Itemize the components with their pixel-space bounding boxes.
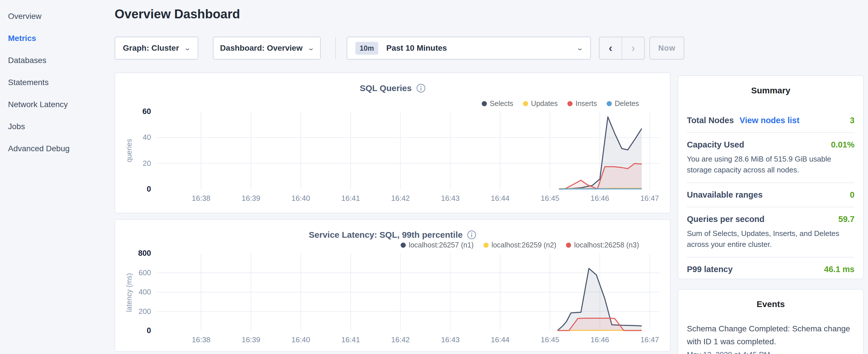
x-axis-tick: 16:47 [632, 335, 667, 344]
chart-legend: Selects Updates Inserts Deletes [482, 99, 639, 108]
y-axis-tick: 600 [126, 268, 151, 277]
y-axis-tick: 0 [126, 326, 151, 335]
x-axis-tick: 16:42 [383, 335, 418, 344]
y-axis-tick: 200 [126, 307, 151, 316]
y-axis-tick: 20 [126, 159, 151, 168]
events-panel: Events Schema Change Completed: Schema c… [678, 289, 864, 354]
sidebar-item-statements[interactable]: Statements [8, 71, 115, 93]
time-next-button-disabled[interactable]: › [622, 37, 644, 59]
legend-entry-node1[interactable]: localhost:26257 (n1) [401, 241, 474, 249]
events-heading: Events [687, 299, 855, 309]
time-range-label: Past 10 Minutes [386, 43, 447, 53]
node2-dot-icon [484, 243, 489, 248]
chart-plot-area[interactable] [157, 112, 660, 189]
x-axis-tick: 16:38 [184, 194, 218, 203]
chevron-down-icon: ⌄ [576, 44, 584, 52]
y-axis-tick: 400 [126, 288, 151, 296]
chart-legend: localhost:26257 (n1) localhost:26259 (n2… [401, 241, 639, 249]
toolbar-divider [335, 37, 336, 59]
metric-p99-latency: P99 latency 46.1 ms [687, 257, 855, 281]
legend-entry-updates[interactable]: Updates [523, 99, 558, 108]
chevron-down-icon: ⌄ [307, 44, 315, 52]
overview-dashboard-page: { "sidebar": { "items": [ { "label": "Ov… [0, 0, 868, 354]
legend-entry-node3[interactable]: localhost:26258 (n3) [566, 241, 639, 249]
y-axis-tick: 0 [126, 185, 151, 194]
qps-value: 59.7 [838, 215, 855, 224]
deletes-dot-icon [607, 101, 612, 106]
x-axis-tick: 16:42 [383, 194, 418, 203]
chart-plot-area[interactable] [157, 254, 660, 331]
sql-queries-chart-card: SQL Queries Selects Updates Inserts Dele… [115, 72, 671, 213]
x-axis-tick: 16:40 [284, 335, 318, 344]
view-nodes-list-link[interactable]: View nodes list [740, 116, 800, 125]
capacity-used-description: You are using 28.6 MiB of 515.9 GiB usab… [687, 154, 855, 175]
now-button[interactable]: Now [649, 37, 684, 60]
metric-unavailable-ranges: Unavailable ranges 0 [687, 183, 855, 207]
time-prev-button[interactable]: ‹ [599, 37, 622, 59]
info-icon[interactable] [416, 84, 426, 93]
summary-panel: Summary Total Nodes View nodes list 3 Ca… [678, 75, 864, 279]
metric-total-nodes: Total Nodes View nodes list 3 [687, 108, 855, 133]
updates-dot-icon [523, 101, 528, 106]
y-axis-unit-label: queries [125, 122, 133, 179]
selects-dot-icon [482, 101, 487, 106]
x-axis-tick: 16:44 [483, 194, 517, 203]
sidebar-item-databases[interactable]: Databases [8, 49, 115, 71]
time-range-selector[interactable]: 10m Past 10 Minutes ⌄ [347, 37, 591, 60]
inserts-dot-icon [567, 101, 572, 106]
graph-dropdown[interactable]: Graph: Cluster ⌄ [115, 37, 198, 60]
time-step-buttons: ‹ › [599, 37, 645, 60]
y-axis-tick: 40 [126, 133, 151, 142]
service-latency-chart-card: Service Latency: SQL, 99th percentile lo… [115, 219, 671, 352]
y-axis-tick: 800 [126, 249, 151, 258]
sidebar-item-advanced-debug[interactable]: Advanced Debug [8, 137, 115, 160]
legend-entry-deletes[interactable]: Deletes [607, 99, 639, 108]
node1-dot-icon [401, 243, 406, 248]
x-axis-tick: 16:43 [433, 194, 467, 203]
x-axis-tick: 16:38 [184, 335, 218, 344]
total-nodes-value: 3 [850, 116, 855, 125]
chevron-down-icon: ⌄ [184, 44, 191, 52]
chart-title: Service Latency: SQL, 99th percentile [309, 230, 463, 240]
sidebar-item-network-latency[interactable]: Network Latency [8, 93, 115, 116]
node3-dot-icon [566, 243, 571, 248]
metric-queries-per-second: Queries per second 59.7 Sum of Selects, … [687, 207, 855, 257]
event-text: Schema Change Completed: Schema change w… [687, 322, 855, 348]
dashboard-dropdown[interactable]: Dashboard: Overview ⌄ [213, 37, 321, 60]
legend-entry-selects[interactable]: Selects [482, 99, 513, 108]
info-icon[interactable] [467, 230, 476, 239]
time-range-badge: 10m [355, 42, 378, 55]
sidebar-item-overview[interactable]: Overview [8, 5, 115, 27]
x-axis-tick: 16:41 [334, 335, 368, 344]
metric-capacity-used: Capacity Used 0.01% You are using 28.6 M… [687, 133, 855, 183]
x-axis-tick: 16:47 [632, 194, 667, 203]
x-axis-tick: 16:44 [483, 335, 517, 344]
legend-entry-node2[interactable]: localhost:26259 (n2) [484, 241, 557, 249]
x-axis-tick: 16:45 [533, 335, 567, 344]
qps-description: Sum of Selects, Updates, Inserts, and De… [687, 228, 855, 250]
x-axis-tick: 16:41 [334, 194, 368, 203]
page-title: Overview Dashboard [115, 7, 240, 21]
x-axis-tick: 16:39 [234, 194, 268, 203]
event-list-item[interactable]: Schema Change Completed: Schema change w… [687, 322, 855, 354]
x-axis-tick: 16:39 [234, 335, 268, 344]
summary-heading: Summary [687, 86, 855, 95]
sidebar-item-jobs[interactable]: Jobs [8, 116, 115, 137]
chart-title: SQL Queries [360, 83, 411, 93]
graph-dropdown-label: Graph: Cluster [123, 43, 179, 53]
capacity-used-value: 0.01% [831, 140, 855, 150]
legend-entry-inserts[interactable]: Inserts [567, 99, 597, 108]
x-axis-tick: 16:46 [583, 194, 617, 203]
sidebar-item-metrics[interactable]: Metrics [8, 27, 115, 49]
unavailable-ranges-value: 0 [850, 190, 855, 200]
event-timestamp: May 13, 2020 at 4:45 PM [687, 350, 855, 354]
x-axis-tick: 16:45 [533, 194, 567, 203]
p99-latency-value: 46.1 ms [824, 265, 855, 274]
x-axis-tick: 16:40 [284, 194, 318, 203]
x-axis-tick: 16:43 [433, 335, 467, 344]
y-axis-tick: 60 [126, 107, 151, 116]
sidebar: Overview Metrics Databases Statements Ne… [0, 0, 115, 354]
x-axis-tick: 16:46 [583, 335, 617, 344]
dashboard-dropdown-label: Dashboard: Overview [220, 43, 303, 53]
